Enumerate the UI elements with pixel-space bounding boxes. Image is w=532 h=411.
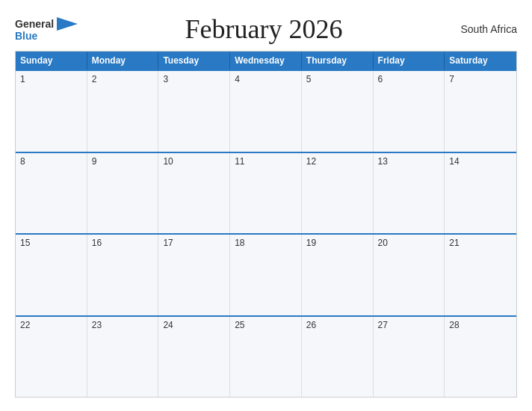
day-11: 11 <box>230 153 302 234</box>
col-wednesday: Wednesday <box>230 52 302 69</box>
calendar-body: 1 2 3 4 5 6 7 8 9 10 11 12 13 14 15 16 <box>16 69 516 397</box>
day-4: 4 <box>230 71 302 152</box>
day-22: 22 <box>16 317 87 398</box>
day-25: 25 <box>230 317 302 398</box>
day-9: 9 <box>87 153 159 234</box>
logo-general-text: General <box>15 19 54 29</box>
day-8: 8 <box>16 153 87 234</box>
col-tuesday: Tuesday <box>158 52 230 69</box>
svg-marker-0 <box>57 17 78 31</box>
page: General Blue February 2026 South Africa … <box>0 0 532 411</box>
day-2: 2 <box>87 71 159 152</box>
col-monday: Monday <box>87 52 159 69</box>
day-12: 12 <box>302 153 374 234</box>
logo-blue-text: Blue <box>15 31 37 41</box>
day-21: 21 <box>445 235 516 315</box>
day-18: 18 <box>230 235 302 315</box>
logo-flag-icon <box>57 17 78 31</box>
week-2: 8 9 10 11 12 13 14 <box>16 152 516 234</box>
day-14: 14 <box>445 153 516 234</box>
day-3: 3 <box>158 71 230 152</box>
day-1: 1 <box>16 71 87 152</box>
month-title: February 2026 <box>78 13 450 45</box>
col-thursday: Thursday <box>302 52 374 69</box>
day-26: 26 <box>302 317 374 398</box>
day-20: 20 <box>374 235 445 315</box>
day-15: 15 <box>16 235 87 315</box>
logo: General Blue <box>15 17 78 41</box>
header: General Blue February 2026 South Africa <box>15 13 517 45</box>
country-label: South Africa <box>450 23 517 35</box>
day-13: 13 <box>374 153 445 234</box>
week-3: 15 16 17 18 19 20 21 <box>16 233 516 315</box>
day-6: 6 <box>374 71 445 152</box>
calendar-header-row: Sunday Monday Tuesday Wednesday Thursday… <box>16 52 516 69</box>
day-17: 17 <box>158 235 230 315</box>
day-16: 16 <box>87 235 159 315</box>
week-1: 1 2 3 4 5 6 7 <box>16 69 516 152</box>
day-19: 19 <box>302 235 374 315</box>
day-10: 10 <box>158 153 230 234</box>
day-5: 5 <box>302 71 374 152</box>
week-4: 22 23 24 25 26 27 28 <box>16 315 516 398</box>
col-friday: Friday <box>374 52 445 69</box>
day-27: 27 <box>374 317 445 398</box>
col-saturday: Saturday <box>445 52 516 69</box>
calendar: Sunday Monday Tuesday Wednesday Thursday… <box>15 51 517 398</box>
day-28: 28 <box>445 317 516 398</box>
col-sunday: Sunday <box>16 52 87 69</box>
day-7: 7 <box>445 71 516 152</box>
day-23: 23 <box>87 317 159 398</box>
day-24: 24 <box>158 317 230 398</box>
